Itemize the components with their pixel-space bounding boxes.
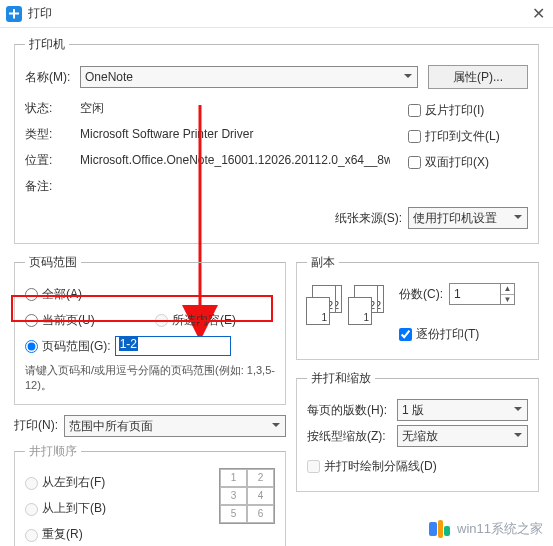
where-label: 位置: <box>25 152 80 169</box>
copies-legend: 副本 <box>307 254 339 271</box>
status-value: 空闲 <box>80 100 104 117</box>
scale-group: 并打和缩放 每页的版数(H): 1 版 按纸型缩放(Z): 无缩放 并打时绘制分… <box>296 370 539 492</box>
watermark-logo-icon <box>429 518 451 540</box>
perpage-select[interactable]: 1 版 <box>397 399 528 421</box>
order-group: 井打顺序 从左到右(F) 从上到下(B) 重复(R) 123456 <box>14 443 286 546</box>
duplex-checkbox[interactable] <box>408 156 421 169</box>
range-selection-radio: 所选内容(E) <box>155 312 236 329</box>
range-group: 页码范围 全部(A) 当前页(U) 所选内容(E) 页码范围(G): 1-2 请… <box>14 254 286 405</box>
collate-checkbox[interactable] <box>399 328 412 341</box>
range-current-radio[interactable]: 当前页(U) <box>25 312 155 329</box>
spin-down-icon[interactable]: ▼ <box>501 295 514 305</box>
scale-legend: 并打和缩放 <box>307 370 375 387</box>
where-value: Microsoft.Office.OneNote_16001.12026.201… <box>80 153 390 167</box>
type-value: Microsoft Software Printer Driver <box>80 127 253 141</box>
reverse-checkbox-label[interactable]: 反片打印(I) <box>408 102 484 119</box>
tofile-checkbox-label[interactable]: 打印到文件(L) <box>408 128 500 145</box>
close-icon[interactable]: ✕ <box>532 4 545 23</box>
name-label: 名称(M): <box>25 69 80 86</box>
reverse-checkbox[interactable] <box>408 104 421 117</box>
drawlines-checkbox <box>307 460 320 473</box>
tofile-checkbox[interactable] <box>408 130 421 143</box>
order-repeat-radio: 重复(R) <box>25 526 83 543</box>
drawlines-checkbox-label: 并打时绘制分隔线(D) <box>307 458 437 475</box>
type-label: 类型: <box>25 126 80 143</box>
papersrc-select[interactable]: 使用打印机设置 <box>408 207 528 229</box>
printer-legend: 打印机 <box>25 36 69 53</box>
bypaper-label: 按纸型缩放(Z): <box>307 428 397 445</box>
range-hint: 请键入页码和/或用逗号分隔的页码范围(例如: 1,3,5-12)。 <box>25 363 275 394</box>
order-preview-icon: 123456 <box>219 468 275 524</box>
range-pages-radio[interactable]: 页码范围(G): <box>25 338 111 355</box>
status-label: 状态: <box>25 100 80 117</box>
papersrc-label: 纸张来源(S): <box>335 210 402 227</box>
bypaper-select[interactable]: 无缩放 <box>397 425 528 447</box>
range-all-radio[interactable]: 全部(A) <box>25 286 82 303</box>
printwhat-select[interactable]: 范围中所有页面 <box>64 415 286 437</box>
pages-input[interactable]: 1-2 <box>115 336 231 356</box>
copies-count-input[interactable] <box>450 284 500 304</box>
order-legend: 井打顺序 <box>25 443 81 460</box>
properties-button[interactable]: 属性(P)... <box>428 65 528 89</box>
duplex-checkbox-label[interactable]: 双面打印(X) <box>408 154 489 171</box>
spin-up-icon[interactable]: ▲ <box>501 284 514 295</box>
app-logo-icon <box>6 6 22 22</box>
copies-group: 副本 2 2 1 2 2 1 份数(C): ▲▼ 逐份打印(T) <box>296 254 539 360</box>
order-tb-radio: 从上到下(B) <box>25 500 106 517</box>
perpage-label: 每页的版数(H): <box>307 402 397 419</box>
window-title: 打印 <box>28 5 532 22</box>
watermark: win11系统之家 <box>429 518 543 540</box>
titlebar: 打印 ✕ <box>0 0 553 28</box>
comment-label: 备注: <box>25 178 80 195</box>
printer-name-select[interactable]: OneNote <box>80 66 418 88</box>
order-lr-radio: 从左到右(F) <box>25 474 105 491</box>
collate-checkbox-label[interactable]: 逐份打印(T) <box>399 326 479 343</box>
copies-count-label: 份数(C): <box>399 286 443 303</box>
printwhat-label: 打印(N): <box>14 417 64 434</box>
copies-illustration-icon: 2 2 1 <box>307 285 345 325</box>
copies-count-spinner[interactable]: ▲▼ <box>449 283 515 305</box>
copies-illustration-icon: 2 2 1 <box>349 285 387 325</box>
range-legend: 页码范围 <box>25 254 81 271</box>
printer-group: 打印机 名称(M): OneNote 属性(P)... 状态:空闲 类型:Mic… <box>14 36 539 244</box>
watermark-text: win11系统之家 <box>457 520 543 538</box>
